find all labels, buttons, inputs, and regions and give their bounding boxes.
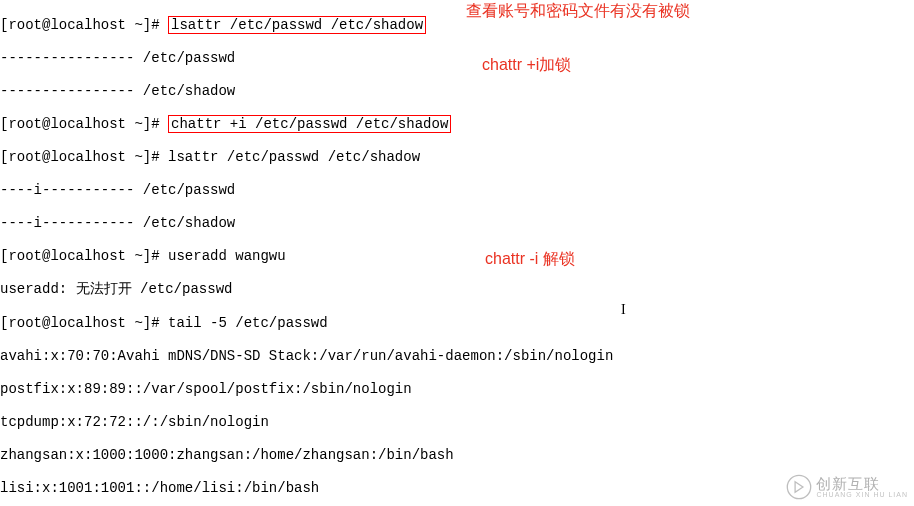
- out-zhangsan-1: zhangsan:x:1000:1000:zhangsan:/home/zhan…: [0, 447, 914, 464]
- annotation-chattr-add: chattr +i加锁: [482, 56, 571, 75]
- out-attr-pw-on: ----i----------- /etc/passwd: [0, 182, 914, 199]
- out-lisi-1: lisi:x:1001:1001::/home/lisi:/bin/bash: [0, 480, 914, 497]
- cmd-chattr-add: chattr +i /etc/passwd /etc/shadow: [168, 115, 451, 134]
- terminal-output[interactable]: [root@localhost ~]# lsattr /etc/passwd /…: [0, 0, 914, 506]
- watermark-sub: CHUANG XIN HU LIAN: [816, 491, 908, 499]
- prompt: [root@localhost ~]#: [0, 116, 168, 132]
- out-postfix-1: postfix:x:89:89::/var/spool/postfix:/sbi…: [0, 381, 914, 398]
- prompt: [root@localhost ~]#: [0, 149, 168, 165]
- cmd-lsattr-1: lsattr /etc/passwd /etc/shadow: [168, 16, 426, 35]
- prompt: [root@localhost ~]#: [0, 17, 168, 33]
- logo-icon: [786, 474, 812, 500]
- cmd-lsattr-2: lsattr /etc/passwd /etc/shadow: [168, 149, 420, 165]
- out-avahi-1: avahi:x:70:70:Avahi mDNS/DNS-SD Stack:/v…: [0, 348, 914, 365]
- out-attr-pw-off-1: ---------------- /etc/passwd: [0, 50, 914, 67]
- annotation-check-lock: 查看账号和密码文件有没有被锁: [466, 2, 690, 21]
- out-attr-sh-off-1: ---------------- /etc/shadow: [0, 83, 914, 100]
- watermark: 创新互联 CHUANG XIN HU LIAN: [786, 474, 908, 500]
- prompt: [root@localhost ~]#: [0, 248, 168, 264]
- text-caret-icon: I: [621, 302, 626, 319]
- svg-point-0: [788, 475, 811, 498]
- cmd-useradd-1: useradd wangwu: [168, 248, 286, 264]
- annotation-chattr-rm: chattr -i 解锁: [485, 250, 575, 269]
- prompt: [root@localhost ~]#: [0, 315, 168, 331]
- out-tcpdump-1: tcpdump:x:72:72::/:/sbin/nologin: [0, 414, 914, 431]
- out-attr-sh-on: ----i----------- /etc/shadow: [0, 215, 914, 232]
- cmd-tail-1: tail -5 /etc/passwd: [168, 315, 328, 331]
- out-useradd-fail: useradd: 无法打开 /etc/passwd: [0, 281, 914, 298]
